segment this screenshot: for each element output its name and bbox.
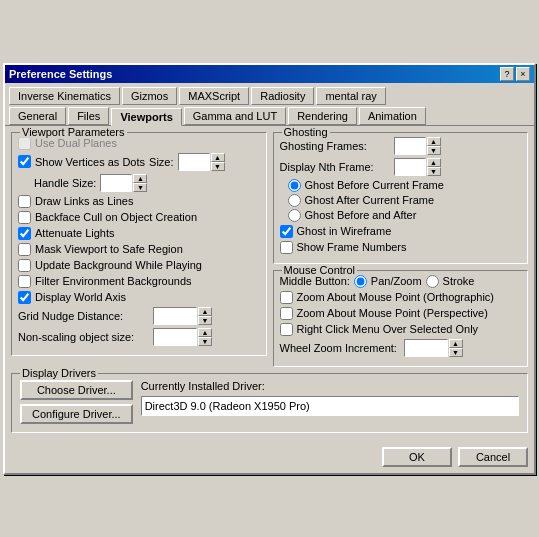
size-label: Size:	[149, 156, 173, 168]
draw-links-checkbox[interactable]	[18, 195, 31, 208]
size-spin-up[interactable]: ▲	[211, 153, 225, 162]
tab-rendering[interactable]: Rendering	[288, 107, 357, 125]
grid-nudge-spin-up[interactable]: ▲	[198, 307, 212, 316]
display-world-axis-checkbox[interactable]	[18, 291, 31, 304]
ghost-before-current-radio[interactable]	[288, 179, 301, 192]
show-frame-numbers-row: Show Frame Numbers	[280, 241, 522, 254]
mask-viewport-checkbox[interactable]	[18, 243, 31, 256]
handle-size-input[interactable]: 3	[100, 174, 132, 192]
stroke-radio[interactable]	[426, 275, 439, 288]
tab-gamma-lut[interactable]: Gamma and LUT	[184, 107, 286, 125]
backface-cull-checkbox[interactable]	[18, 211, 31, 224]
middle-btn-row: Middle Button: Pan/Zoom Stroke	[280, 275, 522, 288]
pan-zoom-radio[interactable]	[354, 275, 367, 288]
size-input[interactable]: 2	[178, 153, 210, 171]
wheel-zoom-row: Wheel Zoom Increment: 1.0 ▲ ▼	[280, 339, 522, 357]
viewport-params-label: Viewport Parameters	[20, 126, 127, 138]
draw-links-row: Draw Links as Lines	[18, 195, 260, 208]
ghost-wireframe-label: Ghost in Wireframe	[297, 225, 392, 237]
ghosting-frames-spin-down[interactable]: ▼	[427, 146, 441, 155]
wheel-zoom-spin-down[interactable]: ▼	[449, 348, 463, 357]
tab-gizmos[interactable]: Gizmos	[122, 87, 177, 105]
update-background-row: Update Background While Playing	[18, 259, 260, 272]
ok-cancel-row: OK Cancel	[5, 443, 534, 473]
use-dual-planes-checkbox[interactable]	[18, 137, 31, 150]
cancel-button[interactable]: Cancel	[458, 447, 528, 467]
show-vertices-checkbox[interactable]	[18, 155, 31, 168]
non-scaling-input[interactable]: 1.0	[153, 328, 197, 346]
handle-size-spin-down[interactable]: ▼	[133, 183, 147, 192]
two-column-layout: Viewport Parameters Use Dual Planes Show…	[11, 132, 528, 373]
display-nth-input[interactable]: 1	[394, 158, 426, 176]
display-world-axis-row: Display World Axis	[18, 291, 260, 304]
non-scaling-spin-up[interactable]: ▲	[198, 328, 212, 337]
size-spin-down[interactable]: ▼	[211, 162, 225, 171]
ok-button[interactable]: OK	[382, 447, 452, 467]
ghost-wireframe-row: Ghost in Wireframe	[280, 225, 522, 238]
draw-links-label: Draw Links as Lines	[35, 195, 133, 207]
attenuate-lights-checkbox[interactable]	[18, 227, 31, 240]
ghost-after-current-radio[interactable]	[288, 194, 301, 207]
handle-size-spin-up[interactable]: ▲	[133, 174, 147, 183]
handle-size-spin: 3 ▲ ▼	[100, 174, 147, 192]
close-button[interactable]: ×	[516, 67, 530, 81]
help-button[interactable]: ?	[500, 67, 514, 81]
filter-environment-label: Filter Environment Backgrounds	[35, 275, 192, 287]
display-drivers-group: Display Drivers Choose Driver... Configu…	[11, 373, 528, 433]
non-scaling-spin-down[interactable]: ▼	[198, 337, 212, 346]
mask-viewport-label: Mask Viewport to Safe Region	[35, 243, 183, 255]
use-dual-planes-label: Use Dual Planes	[35, 137, 117, 149]
zoom-ortho-checkbox[interactable]	[280, 291, 293, 304]
ghost-before-current-row: Ghost Before Current Frame	[288, 179, 522, 192]
show-vertices-row: Show Vertices as Dots Size: 2 ▲ ▼	[18, 153, 260, 171]
ghost-after-current-label: Ghost After Current Frame	[305, 194, 435, 206]
show-vertices-label: Show Vertices as Dots	[35, 156, 145, 168]
tab-viewports[interactable]: Viewports	[111, 108, 181, 126]
non-scaling-label: Non-scaling object size:	[18, 331, 153, 343]
zoom-ortho-label: Zoom About Mouse Point (Orthographic)	[297, 291, 494, 303]
ghost-wireframe-checkbox[interactable]	[280, 225, 293, 238]
ghost-before-after-radio[interactable]	[288, 209, 301, 222]
display-nth-spin-up[interactable]: ▲	[427, 158, 441, 167]
tab-radiosity[interactable]: Radiosity	[251, 87, 314, 105]
size-spin-buttons: ▲ ▼	[211, 153, 225, 171]
non-scaling-spin: 1.0 ▲ ▼	[153, 328, 212, 346]
tab-animation[interactable]: Animation	[359, 107, 426, 125]
viewport-params-group: Viewport Parameters Use Dual Planes Show…	[11, 132, 267, 356]
wheel-zoom-spin-up[interactable]: ▲	[449, 339, 463, 348]
tab-general[interactable]: General	[9, 107, 66, 125]
tab-maxscript[interactable]: MAXScript	[179, 87, 249, 105]
mouse-control-group: Mouse Control Middle Button: Pan/Zoom St…	[273, 270, 529, 367]
drivers-content: Choose Driver... Configure Driver... Cur…	[20, 380, 519, 424]
zoom-perspective-checkbox[interactable]	[280, 307, 293, 320]
tab-mental-ray[interactable]: mental ray	[316, 87, 385, 105]
right-column: Ghosting Ghosting Frames: 5 ▲ ▼ Display	[273, 132, 529, 373]
grid-nudge-label: Grid Nudge Distance:	[18, 310, 153, 322]
ghosting-frames-input[interactable]: 5	[394, 137, 426, 155]
show-frame-numbers-checkbox[interactable]	[280, 241, 293, 254]
zoom-ortho-row: Zoom About Mouse Point (Orthographic)	[280, 291, 522, 304]
ghost-before-after-row: Ghost Before and After	[288, 209, 522, 222]
grid-nudge-input[interactable]: 1.0	[153, 307, 197, 325]
non-scaling-spin-buttons: ▲ ▼	[198, 328, 212, 346]
ghosting-frames-label: Ghosting Frames:	[280, 140, 390, 152]
right-click-menu-checkbox[interactable]	[280, 323, 293, 336]
handle-size-label: Handle Size:	[34, 177, 96, 189]
tab-inverse-kinematics[interactable]: Inverse Kinematics	[9, 87, 120, 105]
mask-viewport-row: Mask Viewport to Safe Region	[18, 243, 260, 256]
ghosting-label: Ghosting	[282, 126, 330, 138]
title-bar-buttons: ? ×	[500, 67, 530, 81]
grid-nudge-spin-down[interactable]: ▼	[198, 316, 212, 325]
filter-environment-checkbox[interactable]	[18, 275, 31, 288]
choose-driver-button[interactable]: Choose Driver...	[20, 380, 133, 400]
update-background-checkbox[interactable]	[18, 259, 31, 272]
tab-files[interactable]: Files	[68, 107, 109, 125]
main-content: Viewport Parameters Use Dual Planes Show…	[5, 126, 534, 443]
ghosting-frames-spin-up[interactable]: ▲	[427, 137, 441, 146]
display-nth-spin-down[interactable]: ▼	[427, 167, 441, 176]
wheel-zoom-input[interactable]: 1.0	[404, 339, 448, 357]
configure-driver-button[interactable]: Configure Driver...	[20, 404, 133, 424]
handle-size-row: Handle Size: 3 ▲ ▼	[34, 174, 260, 192]
wheel-zoom-spin: 1.0 ▲ ▼	[404, 339, 463, 357]
grid-nudge-spin: 1.0 ▲ ▼	[153, 307, 212, 325]
